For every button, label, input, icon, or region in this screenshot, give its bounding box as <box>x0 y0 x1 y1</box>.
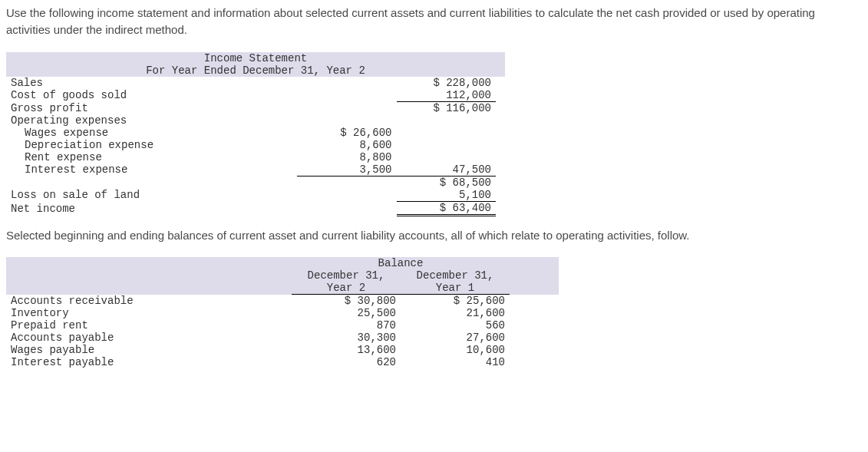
label-ar: Accounts receivable <box>6 295 292 308</box>
value-gross: $ 116,000 <box>397 101 497 114</box>
income-statement-title-2: For Year Ended December 31, Year 2 <box>6 64 505 77</box>
value-wages: $ 26,600 <box>297 127 396 139</box>
value-ip-y2: 620 <box>292 356 401 368</box>
label-opex: Operating expenses <box>6 114 297 127</box>
value-int-sub: 3,500 <box>297 163 396 177</box>
row-accounts-receivable: Accounts receivable $ 30,800 $ 25,600 <box>6 295 559 308</box>
label-cogs: Cost of goods sold <box>6 89 297 102</box>
income-statement-title-1: Income Statement <box>6 52 505 64</box>
value-loss: 5,100 <box>397 189 497 202</box>
label-pr: Prepaid rent <box>6 319 292 332</box>
label-dep: Depreciation expense <box>6 139 297 151</box>
balances-col1a: December 31, <box>292 269 401 282</box>
balances-header-balance: Balance <box>292 257 510 269</box>
row-net-income: Net income $ 63,400 <box>6 201 505 215</box>
balances-col2a: December 31, <box>401 269 510 282</box>
row-prepaid-rent: Prepaid rent 870 560 <box>6 319 559 332</box>
balances-table: Balance December 31, December 31, Year 2… <box>6 257 559 368</box>
value-dep: 8,600 <box>297 139 396 151</box>
value-cogs: 112,000 <box>397 89 497 102</box>
row-interest-payable: Interest payable 620 410 <box>6 356 559 368</box>
row-inventory: Inventory 25,500 21,600 <box>6 307 559 319</box>
value-wp-y1: 10,600 <box>401 344 510 356</box>
instructions-para-2: Selected beginning and ending balances o… <box>6 227 862 244</box>
label-gross: Gross profit <box>6 101 297 114</box>
value-opinc: $ 68,500 <box>397 176 497 189</box>
balances-col2b: Year 1 <box>401 282 510 295</box>
row-wages-payable: Wages payable 13,600 10,600 <box>6 344 559 356</box>
label-rent: Rent expense <box>6 151 297 163</box>
row-rent: Rent expense 8,800 <box>6 151 505 163</box>
value-ar-y2: $ 30,800 <box>292 295 401 308</box>
balances-col1b: Year 2 <box>292 282 401 295</box>
value-netinc: $ 63,400 <box>397 201 497 215</box>
income-statement-table: Income Statement For Year Ended December… <box>6 52 505 216</box>
value-rent: 8,800 <box>297 151 396 163</box>
value-pr-y2: 870 <box>292 319 401 332</box>
label-inv: Inventory <box>6 307 292 319</box>
label-loss: Loss on sale of land <box>6 189 297 202</box>
row-cogs: Cost of goods sold 112,000 <box>6 89 505 102</box>
label-ap: Accounts payable <box>6 332 292 344</box>
label-sales: Sales <box>6 77 297 89</box>
label-ip: Interest payable <box>6 356 292 368</box>
value-pr-y1: 560 <box>401 319 510 332</box>
row-gross-profit: Gross profit $ 116,000 <box>6 101 505 114</box>
label-wp: Wages payable <box>6 344 292 356</box>
row-sales: Sales $ 228,000 <box>6 77 505 89</box>
row-opex-header: Operating expenses <box>6 114 505 127</box>
row-accounts-payable: Accounts payable 30,300 27,600 <box>6 332 559 344</box>
row-wages: Wages expense $ 26,600 <box>6 127 505 139</box>
row-depreciation: Depreciation expense 8,600 <box>6 139 505 151</box>
value-inv-y2: 25,500 <box>292 307 401 319</box>
value-int-total: 47,500 <box>397 163 497 177</box>
row-loss-on-sale: Loss on sale of land 5,100 <box>6 189 505 202</box>
value-ap-y1: 27,600 <box>401 332 510 344</box>
label-int: Interest expense <box>6 163 297 177</box>
row-operating-income: $ 68,500 <box>6 176 505 189</box>
value-sales: $ 228,000 <box>397 77 497 89</box>
value-ap-y2: 30,300 <box>292 332 401 344</box>
label-netinc: Net income <box>6 201 297 215</box>
value-ar-y1: $ 25,600 <box>401 295 510 308</box>
instructions-para-1: Use the following income statement and i… <box>6 5 862 38</box>
value-ip-y1: 410 <box>401 356 510 368</box>
row-interest-expense: Interest expense 3,500 47,500 <box>6 163 505 177</box>
value-wp-y2: 13,600 <box>292 344 401 356</box>
value-inv-y1: 21,600 <box>401 307 510 319</box>
label-wages: Wages expense <box>6 127 297 139</box>
